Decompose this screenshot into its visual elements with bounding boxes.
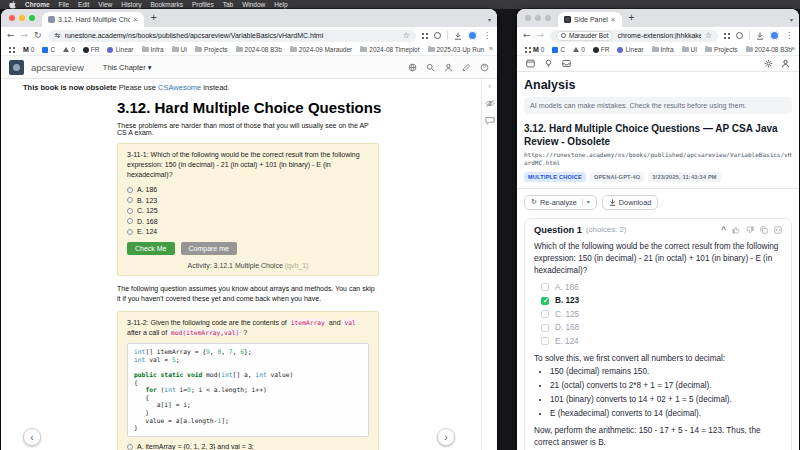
bookmark-folder[interactable]: 2024-08 B3b xyxy=(746,46,792,53)
bookmark-folder[interactable]: UI xyxy=(172,46,188,53)
menu-chrome[interactable]: Chrome xyxy=(25,1,50,8)
thumbs-up-icon[interactable] xyxy=(732,226,740,234)
address-bar[interactable]: runestone.academy/ns/books/published/apc… xyxy=(48,30,416,42)
inbox-icon[interactable] xyxy=(562,59,571,68)
back-icon[interactable]: ← xyxy=(523,31,531,40)
hide-scratchpad-icon[interactable] xyxy=(485,99,495,108)
checkbox-checked[interactable] xyxy=(541,297,549,305)
bookmark-star-icon[interactable]: ☆ xyxy=(403,31,410,40)
bookmark-item[interactable]: 0 xyxy=(573,46,585,53)
bookmark-folder[interactable]: 2025-03 Up Run xyxy=(428,46,485,53)
answer-option[interactable]: C. 125 xyxy=(127,205,369,216)
checkbox[interactable] xyxy=(541,337,549,345)
new-tab-button[interactable]: + xyxy=(151,13,157,23)
reanalyze-dropdown-icon[interactable]: ▾ xyxy=(582,199,590,205)
bookmark-item[interactable]: 0 xyxy=(63,46,75,53)
forward-icon[interactable]: → xyxy=(21,31,29,40)
menu-window[interactable]: Window xyxy=(242,1,265,8)
bookmark-item[interactable]: Linear xyxy=(107,46,133,53)
choice-row-selected[interactable]: B. 123 xyxy=(541,296,782,305)
bookmark-folder[interactable]: 2024-09 Marauder xyxy=(290,46,352,53)
check-me-button[interactable]: Check Me xyxy=(127,242,175,255)
site-info-icon[interactable] xyxy=(54,32,61,39)
minimize-window-button[interactable] xyxy=(19,15,25,21)
tab-close-icon[interactable]: × xyxy=(611,16,616,24)
bookmark-folder[interactable]: Projects xyxy=(195,46,227,53)
apcsareview-logo[interactable] xyxy=(9,60,24,75)
browser-window-icon[interactable] xyxy=(526,59,535,68)
radio-button[interactable] xyxy=(127,197,133,203)
brand-name[interactable]: apcsareview xyxy=(31,62,84,73)
globe-icon[interactable] xyxy=(408,63,417,72)
extensions-icon[interactable] xyxy=(724,33,730,39)
collapse-rail-icon[interactable]: ‹ xyxy=(488,82,491,91)
bookmark-folder[interactable]: UI xyxy=(682,46,698,53)
comment-icon[interactable] xyxy=(485,116,495,125)
checkbox[interactable] xyxy=(541,324,549,332)
answer-option[interactable]: D. 168 xyxy=(127,216,369,227)
choice-row[interactable]: A. 186 xyxy=(541,283,782,292)
zoom-window-button[interactable] xyxy=(29,15,35,21)
downloads-icon[interactable] xyxy=(756,32,764,40)
thumbs-down-icon[interactable] xyxy=(746,226,754,234)
next-page-button[interactable]: › xyxy=(437,428,455,446)
radio-button[interactable] xyxy=(127,187,133,193)
bookmark-folder[interactable]: Projects xyxy=(705,46,737,53)
choice-row[interactable]: D. 168 xyxy=(541,323,782,332)
marauder-bot-chip[interactable]: Marauder Bot xyxy=(556,31,613,41)
bookmark-item[interactable]: Linear xyxy=(617,46,643,53)
copy-icon[interactable] xyxy=(760,226,768,234)
previous-page-button[interactable]: ‹ xyxy=(23,428,41,446)
bookmarks-overflow-icon[interactable]: » xyxy=(489,45,493,52)
bookmark-item[interactable]: C xyxy=(42,46,55,53)
reanalyze-button[interactable]: ↻Re-analyze▾ xyxy=(524,195,597,210)
menu-profiles[interactable]: Profiles xyxy=(192,1,214,8)
reload-icon[interactable]: ↻ xyxy=(34,31,42,40)
csawesome-link[interactable]: CSAwesome xyxy=(158,83,201,92)
browser-menu-icon[interactable]: ⋮ xyxy=(483,31,491,40)
help-icon[interactable] xyxy=(480,63,489,72)
radio-button[interactable] xyxy=(127,229,133,235)
close-window-button[interactable] xyxy=(525,15,531,21)
bookmark-item[interactable]: M0 xyxy=(533,46,544,53)
address-bar[interactable]: Marauder Bot chrome-extension:jhhkkakenp… xyxy=(550,30,718,42)
compare-me-button[interactable]: Compare me xyxy=(181,242,237,255)
profile-avatar[interactable] xyxy=(468,31,477,40)
zoom-window-button[interactable] xyxy=(545,15,551,21)
answer-option[interactable]: A. 186 xyxy=(127,184,369,195)
tab-close-icon[interactable]: × xyxy=(133,16,138,24)
apps-grid-icon[interactable] xyxy=(9,47,15,53)
minimize-window-button[interactable] xyxy=(535,15,541,21)
bookmark-folder[interactable]: 2024-08 Timeplot xyxy=(360,46,419,53)
bookmark-item[interactable]: FR xyxy=(83,46,100,53)
user-icon[interactable] xyxy=(781,59,790,68)
lightbulb-icon[interactable] xyxy=(544,59,553,68)
user-icon[interactable] xyxy=(444,63,453,72)
settings-icon[interactable] xyxy=(764,59,773,68)
collapse-card-icon[interactable]: ^ xyxy=(721,226,726,234)
menu-edit[interactable]: Edit xyxy=(78,1,89,8)
apple-logo-icon[interactable] xyxy=(9,1,16,9)
radio-button[interactable] xyxy=(127,444,133,450)
bookmark-item[interactable]: C xyxy=(552,46,565,53)
extension-badge-icon[interactable] xyxy=(434,32,441,39)
bookmarks-overflow-icon[interactable]: » xyxy=(791,45,795,52)
search-icon[interactable] xyxy=(426,63,435,72)
bookmark-folder[interactable]: 2024-08 B3b xyxy=(236,46,282,53)
bookmark-star-icon[interactable]: ☆ xyxy=(705,31,712,40)
radio-button[interactable] xyxy=(127,218,133,224)
extensions-icon[interactable] xyxy=(422,33,428,39)
downloads-icon[interactable] xyxy=(454,32,462,40)
radio-button[interactable] xyxy=(127,208,133,214)
bookmark-item[interactable]: M0 xyxy=(23,46,34,53)
close-window-button[interactable] xyxy=(9,15,15,21)
answer-option[interactable]: E. 124 xyxy=(127,226,369,237)
menu-file[interactable]: File xyxy=(59,1,69,8)
bookmark-folder[interactable]: Infra xyxy=(652,46,674,53)
menu-history[interactable]: History xyxy=(121,1,141,8)
bookmark-folder[interactable]: Infra xyxy=(142,46,164,53)
choice-row[interactable]: E. 124 xyxy=(541,337,782,346)
back-icon[interactable]: ← xyxy=(7,31,15,40)
browser-tab[interactable]: Side Panel × xyxy=(558,12,622,27)
answer-option[interactable]: B. 123 xyxy=(127,195,369,206)
